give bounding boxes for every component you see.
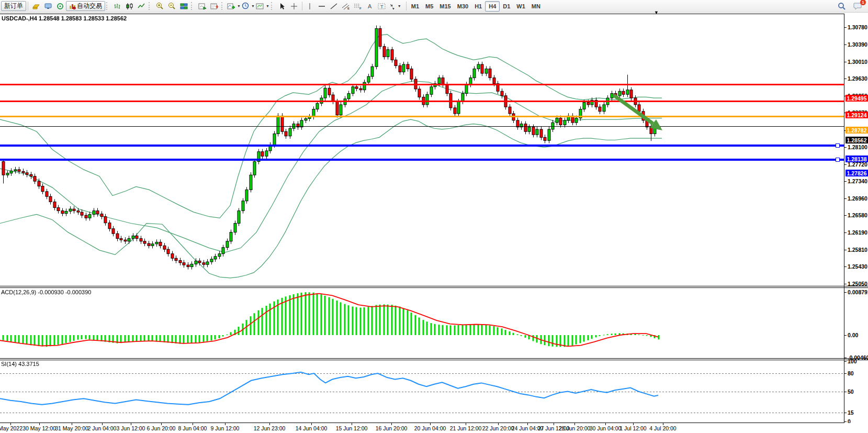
price-level-line[interactable]	[0, 126, 844, 127]
bar-chart-icon	[114, 3, 121, 10]
timeframe-m5[interactable]: M5	[422, 2, 436, 11]
time-axis-tick	[663, 423, 663, 425]
zoom-out-button[interactable]	[166, 1, 178, 12]
toolbar-grip	[221, 2, 224, 10]
time-axis-tick	[193, 423, 193, 425]
market-watch-gold-icon	[32, 3, 40, 10]
zoom-in-button[interactable]	[154, 1, 166, 12]
fibonacci-button[interactable]: F	[352, 1, 364, 12]
signals-button[interactable]	[54, 1, 66, 12]
chart-canvas[interactable]	[0, 14, 844, 423]
price-level-badge: 1.29495	[846, 95, 868, 102]
terminal-button[interactable]	[42, 1, 54, 12]
time-axis-label: 2 Jun 04:00	[88, 425, 117, 431]
time-axis[interactable]: May 202230 May 12:0031 May 20:002 Jun 04…	[0, 423, 868, 433]
toolbar-grip	[191, 2, 194, 10]
time-axis-tick	[161, 423, 162, 425]
timeframe-m15[interactable]: M15	[436, 2, 454, 11]
price-level-line[interactable]	[0, 145, 844, 147]
new-chart-button[interactable]	[196, 1, 208, 12]
price-level-line[interactable]	[0, 159, 844, 161]
axis-tick-label: 1.30390	[848, 41, 867, 48]
svg-text:F: F	[359, 7, 362, 10]
axis-tick-label: 1.26580	[848, 212, 867, 218]
cursor-button[interactable]	[276, 1, 288, 12]
vertical-line-icon	[307, 3, 313, 10]
horizontal-line-button[interactable]	[316, 1, 328, 12]
price-level-line[interactable]	[0, 84, 844, 85]
price-axis[interactable]: 1.307801.303901.300101.296301.292501.288…	[844, 14, 868, 423]
axis-tick-label: 1.29630	[848, 75, 867, 82]
toolbar-separator	[406, 2, 407, 10]
line-chart-button[interactable]	[136, 1, 148, 12]
indicators-button[interactable]: ▼	[227, 1, 241, 12]
text-label-icon: T	[378, 3, 386, 10]
time-axis-label: 6 Jun 20:00	[147, 425, 176, 431]
zoom-in-icon	[156, 2, 164, 10]
autotrade-button[interactable]: 自动交易	[66, 1, 105, 11]
pane-separator[interactable]	[0, 358, 868, 359]
search-button[interactable]	[836, 1, 848, 12]
chart-profiles-icon	[210, 3, 219, 10]
level-endpoint-handle[interactable]	[836, 143, 840, 148]
time-axis-tick	[311, 423, 312, 425]
candlestick-chart-button[interactable]	[123, 1, 136, 12]
chart-profiles-button[interactable]	[208, 1, 220, 12]
timeframe-h4[interactable]: H4	[485, 1, 500, 12]
pane-separator[interactable]	[0, 286, 868, 286]
chat-notification-badge: 1	[860, 0, 866, 5]
text-button[interactable]: A	[364, 1, 376, 12]
price-level-badge: 1.28562	[846, 137, 868, 143]
time-axis-tick	[633, 423, 634, 425]
time-axis-label: 30 May 12:00	[22, 425, 56, 431]
price-level-line[interactable]	[0, 101, 844, 102]
dropdown-caret-icon: ▼	[266, 4, 269, 8]
chart-shift-marker-icon[interactable]: ▼	[654, 10, 659, 15]
time-axis-label: 30 Jun 04:00	[590, 425, 622, 431]
timeframe-h1[interactable]: H1	[471, 2, 485, 11]
axis-tick-mark	[844, 164, 847, 165]
timeframe-m30[interactable]: M30	[454, 2, 471, 11]
pane-separator[interactable]	[0, 360, 868, 360]
time-axis-tick	[574, 423, 575, 425]
text-label-button[interactable]: T	[376, 1, 388, 12]
periods-button[interactable]: ▼	[241, 1, 255, 12]
autotrade-chart-icon	[69, 3, 76, 9]
toolbar: 新订单 自动交	[0, 0, 868, 13]
timeframe-m1[interactable]: M1	[408, 2, 422, 11]
time-axis-tick	[605, 423, 606, 425]
timeframe-d1[interactable]: D1	[500, 2, 513, 11]
tile-windows-icon	[180, 3, 188, 10]
timeframe-mn[interactable]: MN	[528, 2, 544, 11]
svg-text:A: A	[368, 3, 372, 9]
bar-chart-button[interactable]	[111, 1, 123, 12]
time-axis-tick	[102, 423, 103, 425]
crosshair-button[interactable]	[288, 1, 300, 12]
time-axis-label: 14 Jun 04:00	[296, 425, 328, 431]
chat-button[interactable]: 1	[852, 1, 864, 12]
market-watch-button[interactable]	[30, 1, 42, 12]
equidistant-channel-button[interactable]: E	[340, 1, 352, 12]
tile-windows-button[interactable]	[178, 1, 190, 12]
time-axis-label: 22 Jun 20:00	[482, 425, 514, 431]
zoom-out-icon	[168, 2, 176, 10]
timeframe-w1[interactable]: W1	[513, 2, 528, 11]
time-axis-tick	[39, 423, 40, 425]
time-axis-label: 16 Jun 20:00	[376, 425, 408, 431]
templates-button[interactable]: ▼	[255, 1, 270, 12]
axis-tick-mark	[844, 267, 847, 267]
signals-icon	[56, 3, 64, 10]
axis-tick-mark	[844, 413, 847, 413]
trendline-button[interactable]	[328, 1, 340, 12]
arrows-shapes-button[interactable]: ▼	[388, 1, 402, 12]
price-level-line[interactable]	[0, 116, 844, 117]
new-order-button[interactable]: 新订单	[1, 1, 26, 11]
level-endpoint-handle[interactable]	[836, 158, 840, 162]
autotrade-label: 自动交易	[77, 2, 102, 10]
vertical-line-button[interactable]	[304, 1, 316, 12]
axis-tick-mark	[844, 421, 847, 422]
pane-separator[interactable]	[0, 287, 868, 288]
axis-tick-mark	[844, 62, 847, 62]
axis-tick-mark	[844, 335, 847, 336]
axis-tick-mark	[844, 392, 847, 392]
